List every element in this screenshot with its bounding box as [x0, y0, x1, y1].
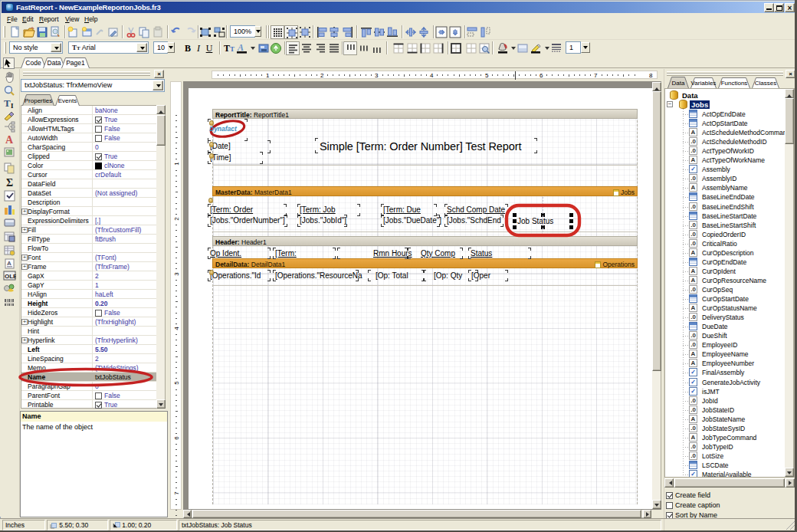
svg-text:I: I [11, 102, 14, 109]
svg-text:OLE: OLE [5, 273, 16, 280]
svg-text:Dynafact: Dynafact [209, 125, 238, 133]
svg-text:Σ: Σ [6, 177, 13, 188]
svg-text:Functions: Functions [721, 80, 748, 87]
svg-text:Variables: Variables [691, 80, 717, 87]
svg-text:Data: Data [672, 80, 685, 87]
svg-text:A: A [237, 42, 244, 53]
svg-text:Classes: Classes [755, 80, 776, 87]
svg-text:Events: Events [58, 97, 77, 104]
svg-text:Page1: Page1 [66, 59, 85, 67]
svg-text:A: A [7, 260, 11, 267]
svg-text:T: T [4, 97, 11, 109]
svg-text:Properties: Properties [25, 97, 52, 104]
svg-text:A: A [5, 134, 14, 145]
svg-text:Code: Code [25, 59, 41, 67]
svg-text:Data: Data [48, 59, 61, 67]
